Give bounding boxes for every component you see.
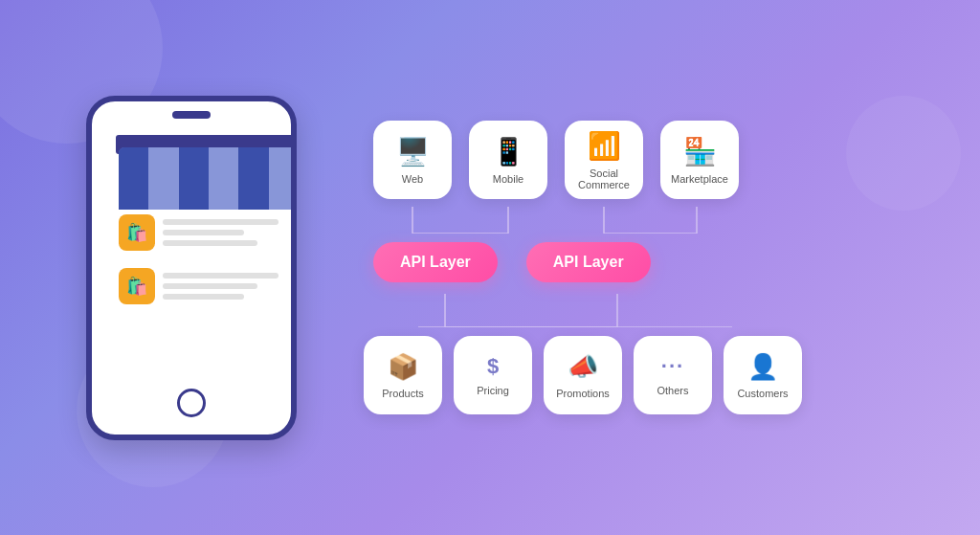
customers-icon: 👤: [747, 352, 778, 382]
awning-stripe-2: [148, 147, 178, 210]
top-connector-svg: [373, 207, 735, 234]
channel-marketplace-card: 🏪 Marketplace: [660, 121, 739, 199]
phone-home-button: [177, 389, 206, 417]
product-item-1: 🛍️: [119, 214, 297, 251]
awning-stripe-3: [179, 147, 209, 210]
api-layer-row: API Layer API Layer: [364, 242, 651, 282]
mobile-icon: 📱: [492, 136, 525, 167]
promotions-label: Promotions: [556, 388, 610, 399]
channel-web-card: 🖥️ Web: [373, 121, 452, 199]
product-line: [163, 219, 278, 225]
api-layer-1: API Layer: [373, 242, 498, 282]
pricing-icon: $: [487, 354, 499, 379]
bottom-connector: [373, 294, 823, 331]
service-customers-card: 👤 Customers: [724, 336, 802, 414]
marketplace-label: Marketplace: [671, 173, 728, 185]
mobile-label: Mobile: [493, 173, 523, 185]
awning-stripe-5: [238, 147, 268, 210]
bottom-connector-svg: [373, 294, 823, 327]
product-bag-1: 🛍️: [119, 214, 155, 251]
phone-speaker: [172, 111, 211, 119]
product-lines-1: [163, 219, 297, 246]
bottom-icons-row: 📦 Products $ Pricing 📣 Promotions ··· Ot…: [364, 336, 802, 414]
product-line: [163, 273, 278, 279]
awning-stripe-6: [269, 147, 297, 210]
customers-label: Customers: [737, 388, 788, 399]
service-products-card: 📦 Products: [364, 336, 442, 414]
products-label: Products: [382, 388, 423, 399]
top-icons-row: 🖥️ Web 📱 Mobile 📶 Social Commerce 🏪 Mark…: [364, 121, 739, 199]
social-label: Social Commerce: [565, 167, 643, 190]
product-item-2: 🛍️: [119, 268, 297, 304]
product-list: 🛍️ 🛍️: [119, 214, 297, 322]
pricing-label: Pricing: [477, 385, 509, 396]
store-awning: [119, 147, 297, 210]
service-others-card: ··· Others: [634, 336, 712, 414]
products-icon: 📦: [388, 352, 418, 382]
product-line: [163, 294, 244, 300]
top-connector: [373, 207, 735, 237]
promotions-icon: 📣: [568, 352, 598, 382]
web-icon: 🖥️: [396, 136, 430, 167]
phone-section: 🛍️ 🛍️: [38, 86, 345, 450]
channel-social-card: 📶 Social Commerce: [565, 121, 643, 199]
service-pricing-card: $ Pricing: [454, 336, 532, 414]
api-layer-2: API Layer: [526, 242, 651, 282]
others-label: Others: [657, 385, 688, 396]
product-bag-2: 🛍️: [119, 268, 155, 304]
marketplace-icon: 🏪: [683, 136, 717, 167]
bg-circle-3: [846, 96, 961, 211]
channel-mobile-card: 📱 Mobile: [469, 121, 547, 199]
service-promotions-card: 📣 Promotions: [544, 336, 622, 414]
product-lines-2: [163, 273, 297, 300]
social-icon: 📶: [588, 130, 621, 162]
awning-stripe-1: [119, 147, 148, 210]
phone-wrapper: 🛍️ 🛍️: [77, 86, 306, 450]
awning-stripe-4: [209, 147, 238, 210]
main-container: 🛍️ 🛍️: [0, 0, 980, 535]
product-line: [163, 283, 257, 289]
web-label: Web: [402, 173, 423, 185]
product-line: [163, 230, 244, 235]
others-icon: ···: [661, 354, 684, 379]
phone-body: 🛍️ 🛍️: [86, 96, 297, 440]
product-line: [163, 240, 257, 246]
